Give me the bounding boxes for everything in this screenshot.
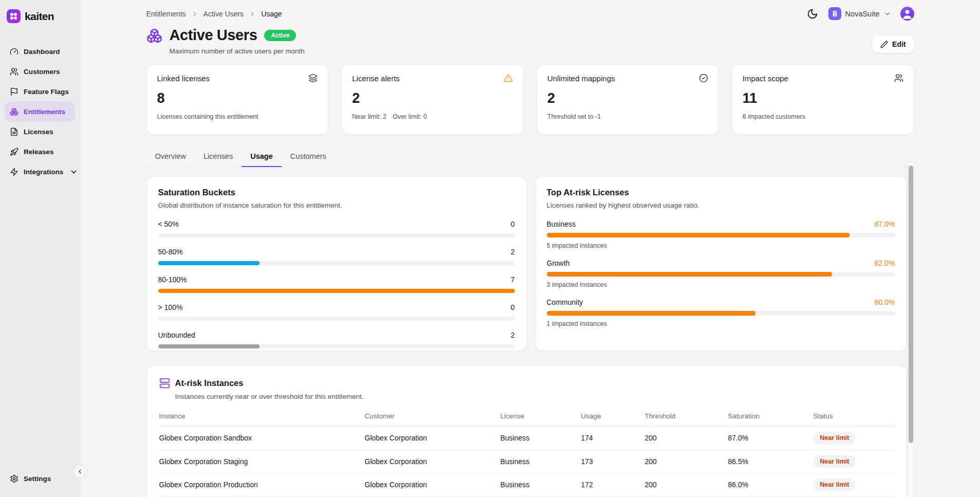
table-header-row: Instance Customer License Usage Threshol… — [159, 412, 894, 427]
bucket-label: Unbounded — [158, 331, 195, 339]
risk-bar — [547, 272, 895, 277]
bucket-bar — [158, 317, 515, 321]
flag-icon — [10, 87, 19, 96]
tab-overview[interactable]: Overview — [146, 147, 195, 167]
sidebar-collapse-button[interactable] — [73, 465, 87, 478]
sidebar-item-releases[interactable]: Releases — [5, 142, 75, 162]
gauge-icon — [10, 47, 19, 56]
top-actions: NovaSuite — [806, 7, 914, 21]
tab-licenses[interactable]: Licenses — [195, 147, 242, 167]
workspace-name: NovaSuite — [845, 10, 880, 18]
sidebar-item-customers[interactable]: Customers — [5, 62, 75, 82]
table-row[interactable]: Globex Corporation Sandbox Globex Corpor… — [159, 427, 894, 450]
sidebar-item-integrations[interactable]: Integrations — [5, 162, 75, 182]
panel-subtitle: Licenses ranked by highest observed usag… — [547, 201, 895, 209]
tab-customers[interactable]: Customers — [282, 147, 335, 167]
risk-impacted: 1 impacted instances — [547, 320, 895, 327]
main-content: Entitlements Active Users Usage NovaSuit… — [80, 0, 980, 497]
cell-instance: Globex Corporation Production — [159, 481, 365, 489]
cell-usage: 173 — [581, 457, 645, 466]
stat-value: 11 — [743, 90, 903, 106]
usage-tab-content: Saturation Buckets Global distribution o… — [146, 167, 914, 497]
sidebar-spacer — [5, 182, 75, 469]
cell-license: Business — [501, 434, 581, 442]
stat-value: 2 — [352, 90, 513, 106]
stat-card-linked-licenses: Linked licenses 8 Licenses containing th… — [146, 64, 329, 135]
tab-bar: Overview Licenses Usage Customers — [146, 147, 914, 167]
bucket-count: 0 — [511, 303, 515, 311]
chevron-down-icon — [69, 168, 78, 176]
over-limit-count: Over limit: 0 — [393, 113, 427, 120]
risk-name: Business — [547, 220, 576, 228]
chevron-left-icon — [77, 468, 83, 475]
bucket-label: 80-100% — [158, 275, 187, 284]
sidebar-item-entitlements[interactable]: Entitlements — [5, 102, 75, 122]
top-bar: Entitlements Active Users Usage NovaSuit… — [146, 0, 914, 21]
pencil-icon — [880, 41, 888, 48]
status-badge: Active — [264, 30, 296, 41]
bucket-row: 80-100% 7 — [158, 275, 515, 293]
boxes-icon — [146, 28, 162, 44]
app-logo[interactable]: kaiten — [5, 8, 75, 24]
panel-subtitle: Global distribution of instance saturati… — [158, 201, 515, 209]
risk-percent: 87.0% — [875, 220, 895, 228]
cell-usage: 174 — [581, 434, 645, 442]
edit-button[interactable]: Edit — [872, 35, 914, 53]
cell-customer: Globex Corporation — [365, 457, 501, 466]
tab-usage[interactable]: Usage — [242, 147, 282, 167]
stat-card-license-alerts: License alerts 2 Near limit: 2 Over limi… — [341, 64, 524, 135]
table-row[interactable]: Globex Corporation Production Globex Cor… — [159, 473, 894, 497]
sidebar-item-feature-flags[interactable]: Feature Flags — [5, 82, 75, 102]
breadcrumb-entitlements[interactable]: Entitlements — [146, 10, 186, 18]
theme-toggle-button[interactable] — [806, 7, 819, 21]
risk-item: Growth 82.0% 3 impacted instances — [547, 259, 895, 288]
user-avatar[interactable] — [900, 7, 914, 21]
cell-customer: Globex Corporation — [365, 434, 501, 442]
stat-card-unlimited-mappings: Unlimited mappings 2 Threshold set to -1 — [537, 64, 719, 135]
table-row[interactable]: Globex Corporation Staging Globex Corpor… — [159, 450, 894, 474]
users-icon — [894, 73, 903, 83]
bucket-count: 7 — [511, 275, 515, 284]
bucket-label: < 50% — [158, 220, 179, 228]
breadcrumb-usage: Usage — [261, 10, 282, 18]
bucket-label: 50-80% — [158, 248, 183, 256]
kaiten-logo-icon — [7, 9, 21, 23]
workspace-switcher[interactable]: NovaSuite — [828, 7, 891, 20]
scrollbar-thumb[interactable] — [909, 165, 913, 443]
bucket-row: < 50% 0 — [158, 220, 515, 237]
bucket-count: 2 — [511, 331, 515, 339]
cell-customer: Globex Corporation — [365, 481, 501, 489]
stat-cards-row: Linked licenses 8 Licenses containing th… — [146, 64, 914, 135]
chevron-right-icon — [191, 10, 198, 17]
status-badge: Near limit — [813, 478, 856, 491]
sidebar-item-settings[interactable]: Settings — [5, 469, 75, 489]
stat-card-impact-scope: Impact scope 11 6 impacted customers — [732, 64, 914, 135]
scrollbar-track[interactable] — [908, 163, 914, 497]
cell-instance: Globex Corporation Sandbox — [159, 434, 365, 442]
cell-threshold: 200 — [645, 457, 728, 466]
app-name: kaiten — [25, 10, 54, 23]
panel-title: At-risk Instances — [175, 378, 244, 388]
sidebar-item-dashboard[interactable]: Dashboard — [5, 42, 75, 62]
cell-license: Business — [501, 481, 581, 489]
bucket-row: > 100% 0 — [158, 303, 515, 321]
sidebar: kaiten Dashboard Customers Feature Flags… — [0, 0, 80, 497]
check-circle-icon — [699, 73, 708, 83]
rocket-icon — [10, 148, 19, 156]
breadcrumb-active-users[interactable]: Active Users — [204, 10, 244, 18]
risk-percent: 60.0% — [875, 298, 895, 306]
panel-title: Saturation Buckets — [158, 188, 515, 197]
sidebar-item-licenses[interactable]: Licenses — [5, 122, 75, 142]
boxes-icon — [10, 107, 19, 116]
risk-bar — [547, 233, 895, 237]
bucket-row: 50-80% 2 — [158, 248, 515, 265]
bucket-row: Unbounded 2 — [158, 331, 515, 348]
users-icon — [10, 67, 19, 76]
cell-license: Business — [501, 457, 581, 466]
cell-threshold: 200 — [645, 434, 728, 442]
at-risk-instances-table: Instance Customer License Usage Threshol… — [159, 412, 894, 497]
bucket-bar — [158, 261, 515, 265]
stat-value: 2 — [547, 90, 708, 106]
risk-bar — [547, 311, 895, 316]
cell-saturation: 86.5% — [728, 457, 813, 466]
